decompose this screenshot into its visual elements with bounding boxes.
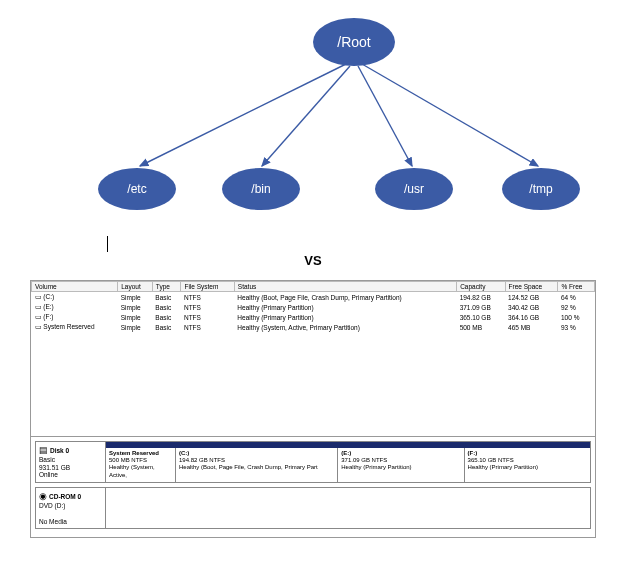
tree-node-usr: /usr [375,168,453,210]
tree-node-bin: /bin [222,168,300,210]
volume-icon: ▭ [35,313,42,321]
cell-fs: NTFS [181,302,234,312]
cell-volume: ▭ (F:) [32,312,118,322]
cell-capacity: 194.82 GB [457,292,505,303]
partition[interactable]: System Reserved500 MB NTFSHealthy (Syste… [106,448,176,482]
cell-layout: Simple [118,322,153,332]
cell-fs: NTFS [181,322,234,332]
text-cursor [107,236,108,252]
cell-volume: ▭ (E:) [32,302,118,312]
partitions: System Reserved500 MB NTFSHealthy (Syste… [106,448,590,482]
cell-layout: Simple [118,302,153,312]
disk-icon: ◉ [39,491,47,502]
cell-pct: 93 % [558,322,595,332]
partition[interactable]: (F:)365.10 GB NTFSHealthy (Primary Parti… [465,448,590,482]
node-label: /etc [127,182,146,196]
cell-type: Basic [152,322,181,332]
disk-row[interactable]: ◉CD-ROM 0DVD (D:)No Media [35,487,591,529]
partition-size: 500 MB NTFS [109,457,172,464]
volume-icon: ▭ [35,323,42,331]
partition[interactable]: (E:)371.09 GB NTFSHealthy (Primary Parti… [338,448,464,482]
disk-type: Basic [39,456,55,463]
col-filesystem[interactable]: File System [181,282,234,292]
disk-row[interactable]: ▤Disk 0Basic931.51 GBOnlineSystem Reserv… [35,441,591,483]
table-row[interactable]: ▭ System ReservedSimpleBasicNTFSHealthy … [32,322,595,332]
cell-fs: NTFS [181,292,234,303]
disk-label: ◉CD-ROM 0DVD (D:)No Media [36,488,106,528]
cell-type: Basic [152,302,181,312]
cell-free: 124.52 GB [505,292,558,303]
col-layout[interactable]: Layout [118,282,153,292]
table-row[interactable]: ▭ (E:)SimpleBasicNTFSHealthy (Primary Pa… [32,302,595,312]
svg-line-2 [358,66,412,166]
volume-table: Volume Layout Type File System Status Ca… [31,281,595,332]
cell-pct: 92 % [558,302,595,312]
col-freespace[interactable]: Free Space [505,282,558,292]
disk-type: DVD (D:) [39,502,65,509]
disk-icon: ▤ [39,445,48,456]
cell-capacity: 371.09 GB [457,302,505,312]
cell-type: Basic [152,312,181,322]
root-label: /Root [337,34,370,50]
cell-capacity: 365.10 GB [457,312,505,322]
partition-title: (F:) [468,450,587,457]
partition-container: System Reserved500 MB NTFSHealthy (Syste… [106,442,590,482]
node-label: /bin [251,182,270,196]
partition-status: Healthy (Primary Partition) [341,464,460,471]
volume-icon: ▭ [35,303,42,311]
cell-fs: NTFS [181,312,234,322]
cell-capacity: 500 MB [457,322,505,332]
partition-title: System Reserved [109,450,172,457]
disk-status: Online [39,471,58,478]
table-row[interactable]: ▭ (C:)SimpleBasicNTFSHealthy (Boot, Page… [32,292,595,303]
tree-node-etc: /etc [98,168,176,210]
node-label: /usr [404,182,424,196]
partition-size: 365.10 GB NTFS [468,457,587,464]
volume-icon: ▭ [35,293,42,301]
cell-free: 465 MB [505,322,558,332]
partition-size: 371.09 GB NTFS [341,457,460,464]
col-status[interactable]: Status [234,282,456,292]
col-volume[interactable]: Volume [32,282,118,292]
col-pctfree[interactable]: % Free [558,282,595,292]
partition-size: 194.82 GB NTFS [179,457,334,464]
node-label: /tmp [529,182,552,196]
table-row[interactable]: ▭ (F:)SimpleBasicNTFSHealthy (Primary Pa… [32,312,595,322]
col-capacity[interactable]: Capacity [457,282,505,292]
partition-title: (E:) [341,450,460,457]
partition-container [106,488,590,528]
disk-status: No Media [39,518,67,525]
filesystem-tree-diagram: /Root /etc /bin /usr /tmp [0,0,626,215]
partition-status: Healthy (Primary Partition) [468,464,587,471]
disk-management-window: Volume Layout Type File System Status Ca… [30,280,596,538]
cell-layout: Simple [118,312,153,322]
disk-name: CD-ROM 0 [49,493,81,500]
table-header-row: Volume Layout Type File System Status Ca… [32,282,595,292]
tree-node-root: /Root [313,18,395,66]
volume-list-pane: Volume Layout Type File System Status Ca… [31,281,595,437]
partition[interactable]: (C:)194.82 GB NTFSHealthy (Boot, Page Fi… [176,448,338,482]
cell-pct: 100 % [558,312,595,322]
svg-line-0 [140,64,346,166]
cell-status: Healthy (System, Active, Primary Partiti… [234,322,456,332]
cell-volume: ▭ (C:) [32,292,118,303]
tree-node-tmp: /tmp [502,168,580,210]
disk-label: ▤Disk 0Basic931.51 GBOnline [36,442,106,482]
disk-size: 931.51 GB [39,464,70,471]
disk-graphical-pane: ▤Disk 0Basic931.51 GBOnlineSystem Reserv… [31,437,595,537]
cell-status: Healthy (Boot, Page File, Crash Dump, Pr… [234,292,456,303]
svg-line-3 [362,64,538,166]
svg-line-1 [262,66,350,166]
cell-pct: 64 % [558,292,595,303]
partition-status: Healthy (System, Active, [109,464,172,478]
cell-free: 364.16 GB [505,312,558,322]
disk-name: Disk 0 [50,447,69,454]
vs-label: VS [0,253,626,268]
cell-free: 340.42 GB [505,302,558,312]
col-type[interactable]: Type [152,282,181,292]
cell-status: Healthy (Primary Partition) [234,312,456,322]
partition-status: Healthy (Boot, Page File, Crash Dump, Pr… [179,464,334,471]
cell-volume: ▭ System Reserved [32,322,118,332]
cell-status: Healthy (Primary Partition) [234,302,456,312]
partition-title: (C:) [179,450,334,457]
